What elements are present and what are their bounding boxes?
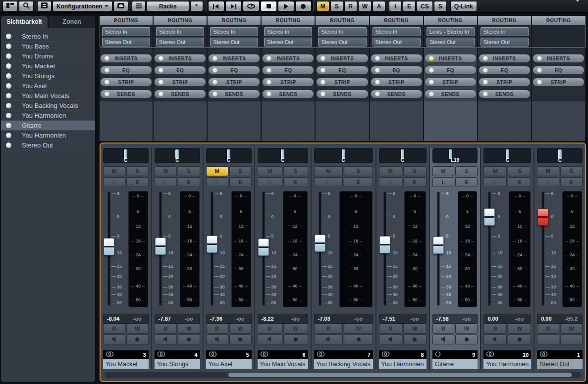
rack-strip[interactable]: STRIP — [316, 78, 368, 87]
edit-button[interactable]: E — [403, 177, 427, 187]
mute-button[interactable]: M — [103, 166, 125, 176]
rack-strip[interactable]: STRIP — [479, 78, 531, 87]
visibility-dot[interactable] — [6, 83, 11, 89]
routing-header[interactable]: ROUTING — [532, 16, 585, 25]
channel-name[interactable]: You Harmonien — [379, 359, 427, 369]
record-enable-button[interactable] — [403, 335, 427, 344]
record-enable-button[interactable] — [283, 335, 308, 344]
monitor-button[interactable] — [483, 335, 507, 344]
play-button[interactable] — [278, 1, 294, 11]
sidebar-item-you-harmonien[interactable]: You Harmonien — [1, 131, 95, 141]
edit-button[interactable]: E — [508, 177, 531, 187]
fader-handle[interactable] — [155, 238, 166, 255]
rack-inserts[interactable]: INSERTS — [316, 54, 368, 63]
channel-state-w-button[interactable]: W — [358, 1, 372, 11]
monitor-button[interactable] — [206, 335, 228, 344]
read-automation-button[interactable]: R — [258, 324, 282, 334]
routing-input-select[interactable]: Stereo In — [102, 27, 150, 36]
pan-control[interactable]: C — [379, 148, 427, 163]
listen-button[interactable]: L — [103, 177, 125, 187]
rack-state-dot[interactable] — [537, 68, 542, 73]
sidebar-item-you-axel[interactable]: You Axel — [1, 81, 95, 91]
fader-handle[interactable] — [315, 235, 325, 252]
rack-eq[interactable]: EQ — [154, 66, 206, 75]
visibility-dot[interactable] — [6, 113, 11, 118]
channel-state-a-button[interactable]: A — [373, 1, 385, 11]
fader-db-value[interactable]: -7.87 — [155, 316, 178, 322]
rack-state-dot[interactable] — [483, 56, 488, 61]
routing-input-select[interactable]: Stereo In — [156, 27, 204, 36]
routing-header[interactable]: ROUTING — [154, 16, 207, 25]
routing-output-select[interactable]: Stereo Out — [427, 38, 475, 47]
fader-handle[interactable] — [104, 238, 114, 255]
rack-inserts[interactable]: INSERTS — [262, 54, 314, 63]
rack-sends[interactable]: SENDS — [316, 90, 368, 98]
channel-state-s-button[interactable]: S — [330, 1, 343, 11]
rack-sends[interactable]: SENDS — [154, 90, 206, 98]
channel-state-m-button[interactable]: M — [317, 1, 329, 11]
routing-input-select[interactable]: Stereo In — [481, 27, 529, 36]
solo-button[interactable]: S — [508, 166, 531, 176]
mute-button[interactable]: M — [379, 166, 402, 176]
visibility-dot[interactable] — [6, 73, 11, 79]
mute-button[interactable]: M — [537, 166, 559, 176]
peak-level-value[interactable]: -oo — [456, 316, 477, 322]
visibility-dot[interactable] — [6, 34, 11, 39]
racks-menu-button[interactable] — [132, 1, 146, 11]
visibility-dot[interactable] — [6, 44, 11, 49]
rack-state-dot[interactable] — [429, 80, 434, 85]
read-automation-button[interactable]: R — [432, 324, 455, 334]
rack-eq[interactable]: EQ — [262, 66, 314, 75]
rack-state-dot[interactable] — [375, 80, 380, 85]
routing-input-select[interactable]: Stereo In — [210, 27, 258, 36]
toolbar-overflow-button[interactable] — [575, 2, 581, 11]
record-enable-button[interactable] — [455, 335, 478, 344]
rack-state-dot[interactable] — [375, 56, 380, 61]
routing-output-select[interactable]: Stereo Out — [102, 38, 150, 47]
write-automation-button[interactable]: W — [560, 324, 583, 334]
rack-strip[interactable]: STRIP — [208, 78, 260, 87]
read-automation-button[interactable]: R — [206, 324, 228, 334]
rack-eq[interactable]: EQ — [371, 66, 423, 75]
rack-inserts[interactable]: INSERTS — [208, 54, 260, 63]
sidebar-item-you-bass[interactable]: You Bass — [1, 42, 95, 51]
write-automation-button[interactable]: W — [178, 324, 200, 334]
monitor-button[interactable] — [379, 335, 402, 344]
fader-db-value[interactable]: -8.22 — [258, 316, 284, 322]
rack-state-dot[interactable] — [375, 92, 380, 96]
configurations-list-button[interactable] — [37, 1, 52, 11]
rack-inserts[interactable]: INSERTS — [479, 54, 531, 63]
rack-sends[interactable]: SENDS — [425, 90, 477, 98]
rack-inserts[interactable]: INSERTS — [533, 54, 585, 63]
routing-input-select[interactable]: Stereo In — [373, 27, 421, 36]
monitor-button[interactable] — [432, 335, 455, 344]
fader-db-value[interactable]: -7.58 — [433, 316, 456, 322]
read-automation-button[interactable]: R — [314, 324, 343, 334]
rack-inserts[interactable]: INSERTS — [371, 54, 423, 63]
rack-state-dot[interactable] — [105, 56, 109, 61]
routing-output-select[interactable]: Stereo Out — [481, 38, 529, 47]
pan-control[interactable]: C — [155, 148, 200, 163]
solo-button[interactable]: S — [344, 166, 373, 176]
channel-name[interactable]: You Axel — [206, 359, 252, 369]
write-automation-button[interactable]: W — [126, 324, 149, 334]
mute-button[interactable]: M — [432, 166, 455, 176]
peak-level-value[interactable]: -oo — [508, 316, 531, 322]
solo-button[interactable]: S — [126, 166, 149, 176]
rack-state-dot[interactable] — [429, 56, 434, 61]
solo-button[interactable]: S — [455, 166, 478, 176]
read-automation-button[interactable]: R — [103, 324, 125, 334]
write-automation-button[interactable]: W — [229, 324, 252, 334]
listen-button[interactable]: L — [155, 177, 177, 187]
mute-button[interactable]: M — [155, 166, 177, 176]
channel-name[interactable]: You Mackel — [103, 359, 149, 369]
edit-button[interactable]: E — [344, 177, 373, 187]
fader-handle[interactable] — [484, 208, 495, 226]
rack-state-dot[interactable] — [483, 80, 488, 85]
sidebar-item-you-mackel[interactable]: You Mackel — [1, 61, 95, 71]
solo-button[interactable]: S — [283, 166, 308, 176]
rack-inserts[interactable]: INSERTS — [100, 54, 152, 63]
read-automation-button[interactable]: R — [483, 324, 507, 334]
write-automation-button[interactable]: W — [344, 324, 373, 334]
rack-state-dot[interactable] — [105, 92, 109, 96]
